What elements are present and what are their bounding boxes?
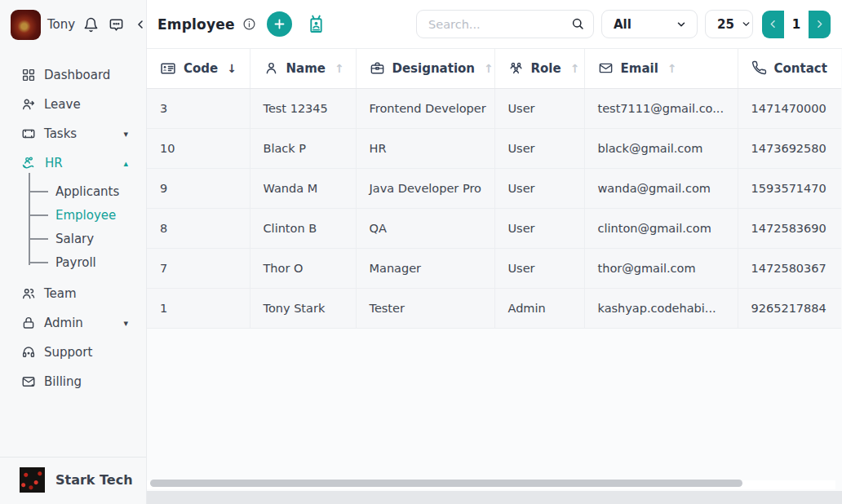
sidebar-item-tasks[interactable]: Tasks ▾ <box>0 119 146 148</box>
column-header-contact[interactable]: Contact <box>738 49 841 88</box>
contact-cell: 1472583690 <box>738 208 841 248</box>
sidebar-item-billing[interactable]: Billing <box>0 367 146 396</box>
column-header-designation[interactable]: Designation ↑ <box>356 49 494 88</box>
designation-cell: Manager <box>356 248 494 288</box>
user-avatar[interactable] <box>11 10 41 40</box>
sidebar-item-label: Team <box>44 286 135 301</box>
table-row[interactable]: 9 Wanda M Java Developer Pro User wanda@… <box>147 168 841 208</box>
table-row[interactable]: 3 Test 12345 Frontend Developer User tes… <box>147 88 841 128</box>
name-cell: Thor O <box>250 248 356 288</box>
sidebar-item-salary[interactable]: Salary <box>29 227 146 250</box>
sidebar-item-employee[interactable]: Employee <box>29 203 146 227</box>
search-input[interactable] <box>416 10 594 38</box>
page-size-dropdown[interactable]: 25 <box>705 10 753 38</box>
name-cell: Tony Stark <box>250 288 356 328</box>
sidebar-item-leave[interactable]: Leave <box>0 90 146 119</box>
main-area: Employee All <box>147 0 842 504</box>
messages-chat-icon[interactable] <box>107 15 126 34</box>
designation-cell: QA <box>356 208 494 248</box>
name-cell: Wanda M <box>250 168 356 208</box>
sidebar-item-applicants[interactable]: Applicants <box>29 179 146 203</box>
role-cell: User <box>494 248 584 288</box>
table-row[interactable]: 1 Tony Stark Tester Admin kashyap.codeha… <box>147 288 841 328</box>
tree-branch <box>29 262 48 263</box>
briefcase-icon <box>370 60 385 76</box>
dashboard-grid-icon <box>21 68 36 82</box>
sidebar-item-label: Billing <box>44 374 135 389</box>
notifications-bell-icon[interactable] <box>82 15 100 34</box>
sort-asc-icon[interactable]: ↑ <box>570 62 580 75</box>
contact-cell: 9265217884 <box>738 288 841 328</box>
role-cell: User <box>494 168 584 208</box>
sidebar-item-label: Salary <box>55 232 94 246</box>
search-container <box>416 10 594 38</box>
filter-selected-value: All <box>614 17 632 32</box>
sidebar-item-label: HR <box>45 156 115 170</box>
user-icon <box>264 60 279 76</box>
table-row[interactable]: 10 Black P HR User black@gmail.com 14736… <box>147 128 841 168</box>
code-cell: 8 <box>147 208 250 248</box>
admin-lock-icon <box>21 316 36 330</box>
sidebar-item-payroll[interactable]: Payroll <box>29 250 146 274</box>
role-cell: User <box>494 88 584 128</box>
sort-desc-icon[interactable]: ↓ <box>227 62 237 75</box>
designation-cell: Tester <box>356 288 494 328</box>
sidebar-item-dashboard[interactable]: Dashboard <box>0 60 146 90</box>
sidebar-item-label: Tasks <box>44 126 115 141</box>
column-label: Code <box>184 61 218 76</box>
chevron-down-icon <box>676 19 687 30</box>
column-header-role[interactable]: Role ↑ <box>494 49 584 88</box>
users-group-icon <box>508 60 524 76</box>
horizontal-scrollbar-thumb[interactable] <box>150 480 742 487</box>
table-row[interactable]: 8 Clinton B QA User clinton@gmail.com 14… <box>147 208 841 248</box>
app-window: Tony Dashboard Leave Tasks <box>0 0 842 504</box>
add-employee-button[interactable] <box>267 11 292 37</box>
tree-branch <box>29 191 48 192</box>
filter-dropdown[interactable]: All <box>601 10 698 38</box>
current-page-number: 1 <box>784 11 809 38</box>
column-header-email[interactable]: Email ↑ <box>584 49 738 88</box>
page-size-value: 25 <box>717 17 734 32</box>
phone-icon <box>751 60 767 76</box>
column-header-name[interactable]: Name ↑ <box>250 49 356 88</box>
hr-hand-people-icon <box>21 156 37 171</box>
code-cell: 1 <box>147 288 250 328</box>
next-page-chevron-right-icon[interactable] <box>809 11 831 38</box>
column-label: Designation <box>392 61 476 76</box>
sidebar-item-admin[interactable]: Admin ▾ <box>0 308 146 338</box>
sidebar-footer: Stark Tech <box>0 457 146 504</box>
column-header-code[interactable]: Code ↓ <box>147 49 250 88</box>
email-cell: kashyap.codehabi... <box>584 288 738 328</box>
sidebar-item-support[interactable]: Support <box>0 338 146 367</box>
chevron-up-icon: ▴ <box>123 158 128 169</box>
id-card-icon <box>160 60 176 77</box>
contact-cell: 1471470000 <box>738 88 841 128</box>
column-label: Contact <box>774 61 827 76</box>
designation-cell: Java Developer Pro <box>356 168 494 208</box>
table-container: Code ↓ Name ↑ Designation ↑ <box>147 49 842 491</box>
info-icon[interactable] <box>242 17 256 31</box>
code-cell: 3 <box>147 88 250 128</box>
code-cell: 7 <box>147 248 250 288</box>
sidebar-item-team[interactable]: Team <box>0 279 146 308</box>
sidebar-item-label: Employee <box>55 208 116 223</box>
table-row[interactable]: 7 Thor O Manager User thor@gmail.com 147… <box>147 248 841 288</box>
email-cell: clinton@gmail.com <box>584 208 738 248</box>
horizontal-scrollbar-track[interactable] <box>147 480 835 489</box>
sort-asc-icon[interactable]: ↑ <box>484 62 494 75</box>
hr-submenu: Applicants Employee Salary Payroll <box>29 178 146 279</box>
user-name: Tony <box>47 17 75 32</box>
envelope-icon <box>598 60 614 76</box>
sort-asc-icon[interactable]: ↑ <box>667 62 677 75</box>
sort-asc-icon[interactable]: ↑ <box>335 62 344 75</box>
sidebar-item-label: Leave <box>44 97 135 112</box>
billing-envelope-icon <box>21 374 36 389</box>
sidebar-item-label: Payroll <box>55 255 96 270</box>
email-cell: wanda@gmail.com <box>584 168 738 208</box>
company-logo <box>20 467 45 493</box>
id-badge-icon[interactable] <box>305 13 327 35</box>
leave-user-arrow-icon <box>21 97 36 112</box>
sidebar-item-hr[interactable]: HR ▴ <box>0 148 146 178</box>
sidebar-item-label: Dashboard <box>44 68 135 82</box>
prev-page-chevron-left-icon[interactable] <box>762 11 784 38</box>
